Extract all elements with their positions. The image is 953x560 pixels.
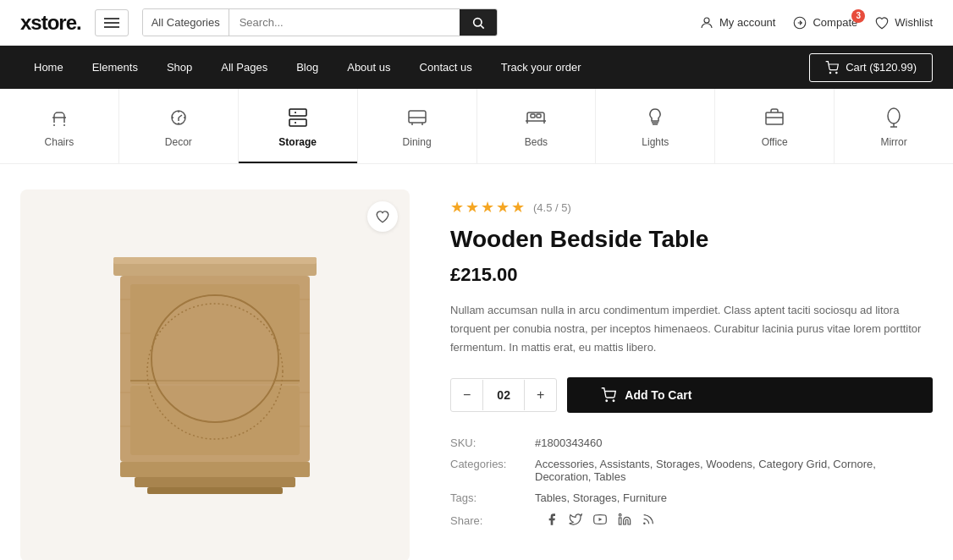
heart-icon — [375, 209, 390, 224]
beds-label: Beds — [525, 136, 548, 148]
sku-row: SKU: #1800343460 — [450, 436, 933, 449]
product-price: £215.00 — [450, 264, 933, 286]
sku-value: #1800343460 — [535, 436, 603, 449]
category-beds[interactable]: Beds — [477, 89, 597, 163]
share-youtube[interactable] — [592, 513, 608, 529]
search-category-select[interactable]: All CategoriesChairsDecorStorageDiningBe… — [143, 9, 229, 36]
mirror-icon — [880, 104, 907, 131]
svg-point-5 — [836, 72, 837, 73]
nav-blog[interactable]: Blog — [283, 46, 332, 89]
tags-label: Tags: — [450, 491, 535, 504]
compare-label: Compate — [813, 16, 857, 29]
storage-icon — [284, 104, 311, 131]
svg-rect-17 — [409, 111, 426, 123]
add-to-cart-label: Add To Cart — [625, 388, 691, 402]
main-nav: Home Elements Shop All Pages Blog About … — [0, 46, 953, 89]
linkedin-icon — [618, 513, 631, 526]
nav-about[interactable]: About us — [333, 46, 404, 89]
category-lights[interactable]: Lights — [596, 89, 715, 163]
youtube-icon — [592, 513, 608, 526]
quantity-increase-button[interactable]: + — [525, 379, 556, 411]
nav-home[interactable]: Home — [20, 46, 77, 89]
svg-rect-40 — [120, 462, 310, 477]
category-chairs[interactable]: Chairs — [0, 89, 119, 163]
facebook-icon — [545, 513, 559, 526]
svg-marker-45 — [599, 518, 603, 521]
wishlist-icon — [874, 15, 890, 30]
svg-rect-46 — [619, 518, 621, 524]
share-label: Share: — [450, 514, 535, 527]
search-input[interactable] — [229, 9, 460, 36]
category-office[interactable]: Office — [715, 89, 835, 163]
dining-label: Dining — [403, 136, 432, 148]
twitter-icon — [569, 513, 582, 526]
beds-icon — [522, 104, 549, 131]
tags-value: Tables, Storages, Furniture — [535, 491, 667, 504]
svg-point-43 — [606, 400, 608, 402]
svg-rect-22 — [766, 113, 783, 124]
cart-icon — [825, 61, 839, 74]
product-image-section — [20, 189, 410, 560]
search-bar: All CategoriesChairsDecorStorageDiningBe… — [142, 8, 498, 36]
category-mirror[interactable]: Mirror — [835, 89, 953, 163]
svg-point-47 — [619, 513, 621, 516]
svg-point-44 — [614, 400, 615, 402]
svg-point-38 — [152, 296, 278, 421]
quantity-value: 02 — [482, 380, 525, 410]
svg-rect-19 — [537, 114, 541, 118]
share-icons — [545, 513, 655, 529]
rss-icon — [642, 513, 655, 526]
category-storage[interactable]: Storage — [239, 89, 358, 163]
svg-rect-42 — [147, 487, 283, 494]
add-to-cart-button[interactable]: Add To Cart — [567, 377, 933, 413]
add-to-cart-row: − 02 + Add To Cart — [450, 377, 933, 413]
site-logo[interactable]: xstore. — [20, 11, 81, 35]
nav-contact[interactable]: Contact us — [406, 46, 486, 89]
storage-label: Storage — [278, 136, 317, 148]
compare-icon — [792, 15, 807, 30]
decor-label: Decor — [165, 136, 192, 148]
wishlist-label: Wishlist — [895, 16, 933, 29]
nav-elements[interactable]: Elements — [79, 46, 151, 89]
svg-rect-13 — [289, 109, 306, 116]
svg-rect-18 — [531, 114, 535, 118]
product-title: Wooden Bedside Table — [450, 225, 933, 254]
share-facebook[interactable] — [545, 513, 559, 529]
share-rss[interactable] — [642, 513, 655, 529]
main-content: ★★★★★ (4.5 / 5) Wooden Bedside Table £21… — [0, 164, 953, 560]
rating-stars: ★★★★★ — [450, 198, 526, 217]
my-account-link[interactable]: My account — [699, 15, 775, 30]
office-label: Office — [762, 136, 788, 148]
chairs-icon — [46, 104, 73, 131]
category-dining[interactable]: Dining — [358, 89, 477, 163]
hamburger-button[interactable] — [95, 9, 129, 36]
search-button[interactable] — [460, 9, 497, 36]
nav-all-pages[interactable]: All Pages — [207, 46, 281, 89]
product-description: Nullam accumsan nulla in arcu condimentu… — [450, 301, 933, 357]
compare-link[interactable]: 3 Compate — [792, 15, 857, 30]
wishlist-product-button[interactable] — [367, 201, 398, 232]
category-decor[interactable]: Decor — [119, 89, 239, 163]
compare-badge: 3 — [851, 9, 865, 23]
account-label: My account — [719, 16, 775, 29]
cart-button[interactable]: Cart ($120.99) — [809, 53, 933, 82]
svg-point-24 — [888, 108, 900, 124]
wishlist-link[interactable]: Wishlist — [874, 15, 933, 30]
product-info-section: ★★★★★ (4.5 / 5) Wooden Bedside Table £21… — [410, 189, 933, 560]
share-linkedin[interactable] — [618, 513, 631, 529]
product-image — [88, 223, 342, 528]
cart-add-icon — [601, 387, 616, 403]
dining-icon — [404, 104, 431, 131]
svg-point-48 — [644, 523, 645, 524]
category-bar: Chairs Decor Storage Dining Beds Lights — [0, 89, 953, 164]
quantity-decrease-button[interactable]: − — [451, 379, 482, 411]
tags-row: Tags: Tables, Storages, Furniture — [450, 491, 933, 504]
nav-track[interactable]: Track your order — [488, 46, 595, 89]
cart-label: Cart ($120.99) — [846, 61, 917, 74]
share-twitter[interactable] — [569, 513, 582, 529]
quantity-control: − 02 + — [450, 378, 557, 412]
sku-label: SKU: — [450, 436, 535, 449]
nav-shop[interactable]: Shop — [153, 46, 206, 89]
svg-line-1 — [481, 25, 484, 29]
share-row: Share: — [450, 513, 933, 529]
